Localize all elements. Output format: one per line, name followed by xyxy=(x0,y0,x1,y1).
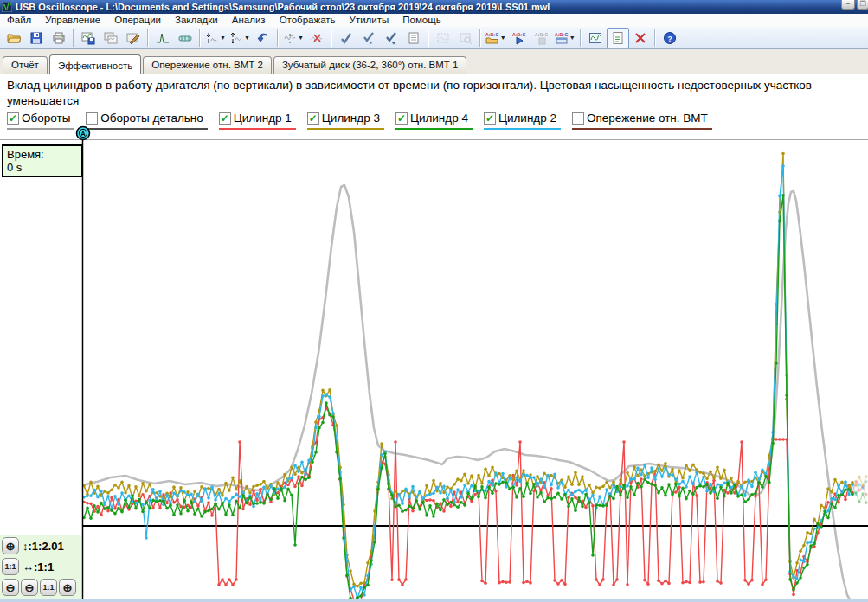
menu-item-8[interactable]: Помощь xyxy=(395,14,447,27)
edit-chart-image-button[interactable] xyxy=(122,28,145,48)
confirm-all-icon xyxy=(384,31,398,45)
dropdown-arrow-icon[interactable]: ▼ xyxy=(298,35,304,41)
time-tooltip: Время: 0 s xyxy=(2,144,83,177)
svg-text:?: ? xyxy=(667,34,672,42)
legend-item-1: ✓Обороты xyxy=(7,111,74,130)
spike-marker-icon xyxy=(156,31,170,45)
menu-bar: ФайлУправлениеОперацииЗакладкиАнализОтоб… xyxy=(0,14,868,27)
confirm-icon xyxy=(339,31,353,45)
legend-checkbox-6[interactable]: ✓ xyxy=(484,112,496,125)
wave-delete-button[interactable] xyxy=(305,28,328,48)
pulse-marker-icon xyxy=(178,31,192,45)
wave-cut-button[interactable]: ▼ xyxy=(281,28,305,48)
dropdown-arrow-icon[interactable]: ▼ xyxy=(220,35,226,41)
menu-item-2[interactable]: Управление xyxy=(38,14,107,27)
print-button[interactable] xyxy=(48,28,70,48)
toolbar-separator xyxy=(147,29,149,47)
waveform-plot[interactable] xyxy=(0,131,868,602)
undo-icon xyxy=(256,31,270,45)
open-file-button[interactable] xyxy=(3,28,25,48)
spike-marker-button[interactable] xyxy=(151,28,174,48)
legend-bar: ✓ОборотыОбороты детально✓Цилиндр 1✓Цилин… xyxy=(7,111,723,130)
svg-text:A: A xyxy=(80,130,86,138)
dropdown-arrow-icon[interactable]: ▼ xyxy=(569,35,575,41)
abc-panel-button[interactable]: A:B+C▼ xyxy=(553,28,577,48)
confirm-button[interactable] xyxy=(335,28,357,48)
legend-checkbox-1[interactable]: ✓ xyxy=(7,112,19,125)
copy-chart-image-button[interactable] xyxy=(100,28,122,48)
legend-item-2: Обороты детально xyxy=(86,111,207,130)
h-zoom-in-button[interactable]: ⊕ xyxy=(59,579,76,596)
tab-3[interactable]: Опережение отн. ВМТ 2 xyxy=(143,56,272,74)
legend-item-5: ✓Цилиндр 4 xyxy=(395,111,473,130)
confirm-all-button[interactable] xyxy=(380,28,402,48)
menu-item-7[interactable]: Утилиты xyxy=(343,14,396,27)
view-report-button[interactable] xyxy=(607,28,629,48)
dropdown-arrow-icon[interactable]: ▼ xyxy=(500,35,506,41)
delete-report-icon xyxy=(633,31,647,45)
v-reset-button[interactable]: 1:1 xyxy=(2,558,19,575)
legend-item-6: ✓Цилиндр 2 xyxy=(484,111,561,130)
menu-item-6[interactable]: Отображать xyxy=(273,14,343,27)
menu-item-1[interactable]: Файл xyxy=(0,14,38,27)
toolbar-separator xyxy=(479,29,481,47)
wave-zoom-out-button[interactable]: ▼ xyxy=(203,28,228,48)
cursor-a-marker[interactable]: A xyxy=(74,125,92,142)
tab-bar: ОтчётЭффективностьОпережение отн. ВМТ 2З… xyxy=(0,49,868,74)
tab-2[interactable]: Эффективность xyxy=(49,54,141,74)
legend-label-4: Цилиндр 3 xyxy=(322,112,380,125)
save-file-button[interactable] xyxy=(25,28,48,48)
h-zoom-out-b-button[interactable]: ⊖ xyxy=(21,579,38,596)
legend-label-2: Обороты детально xyxy=(100,112,203,125)
notes-button[interactable] xyxy=(402,28,425,48)
abc-stop-button: A:B+C xyxy=(530,28,553,48)
delete-report-button[interactable] xyxy=(629,28,652,48)
v-zoom-in-button[interactable]: ⊕ xyxy=(2,537,19,554)
tab-1[interactable]: Отчёт xyxy=(3,56,48,74)
toolbar-separator xyxy=(73,29,74,47)
h-reset-button[interactable]: 1:1 xyxy=(40,579,57,596)
confirm-next-button[interactable] xyxy=(357,28,380,48)
legend-checkbox-4[interactable]: ✓ xyxy=(307,112,319,125)
wave-cut-icon xyxy=(283,31,297,45)
notes-icon xyxy=(407,31,421,45)
select-region-icon xyxy=(436,31,450,45)
undo-button[interactable] xyxy=(252,28,274,48)
copy-chart-image-icon xyxy=(104,31,118,45)
legend-checkbox-5[interactable]: ✓ xyxy=(395,112,408,125)
pulse-marker-button[interactable] xyxy=(174,28,196,48)
abc-run-button[interactable]: A:B+C xyxy=(508,28,530,48)
legend-label-5: Цилиндр 4 xyxy=(410,112,468,125)
h-zoom-out-a-button[interactable]: ⊖ xyxy=(2,579,19,596)
toolbar-separator xyxy=(654,29,656,47)
minimize-button[interactable]: − xyxy=(841,0,855,10)
abc-load-icon: A:B+C xyxy=(485,31,499,45)
svg-text:+C: +C xyxy=(542,31,548,36)
menu-item-3[interactable]: Операции xyxy=(107,14,168,27)
help-button[interactable]: ? xyxy=(659,28,681,48)
view-report-icon xyxy=(611,31,625,45)
abc-load-button[interactable]: A:B+C▼ xyxy=(484,28,508,48)
wave-zoom-in-button[interactable]: ▼ xyxy=(228,28,252,48)
abc-panel-icon: A:B+C xyxy=(555,31,569,45)
dropdown-arrow-icon[interactable]: ▼ xyxy=(244,35,250,41)
legend-checkbox-3[interactable]: ✓ xyxy=(219,112,231,125)
legend-checkbox-2[interactable] xyxy=(86,112,98,125)
svg-text:+C: +C xyxy=(562,31,568,36)
toolbar-separator xyxy=(199,29,201,47)
save-chart-image-icon xyxy=(81,31,95,45)
tab-4[interactable]: Зубчатый диск (36-2, 360°) отн. ВМТ 1 xyxy=(273,56,467,74)
toolbar: ▼▼▼A:B+C▼A:B+CA:B+CA:B+C▼? xyxy=(0,27,868,49)
wave-zoom-in-icon xyxy=(229,31,243,45)
menu-item-4[interactable]: Закладки xyxy=(168,14,225,27)
menu-item-5[interactable]: Анализ xyxy=(225,14,273,27)
view-chart-icon xyxy=(588,31,602,45)
legend-item-3: ✓Цилиндр 1 xyxy=(219,111,296,130)
view-chart-button[interactable] xyxy=(584,28,607,48)
window-bottom-edge xyxy=(0,599,868,602)
save-chart-image-button[interactable] xyxy=(77,28,100,48)
legend-item-7: Опережение отн. ВМТ xyxy=(572,111,712,130)
legend-label-3: Цилиндр 1 xyxy=(234,112,292,125)
legend-checkbox-7[interactable] xyxy=(572,112,584,125)
maximize-button[interactable]: ❐ xyxy=(857,0,868,10)
